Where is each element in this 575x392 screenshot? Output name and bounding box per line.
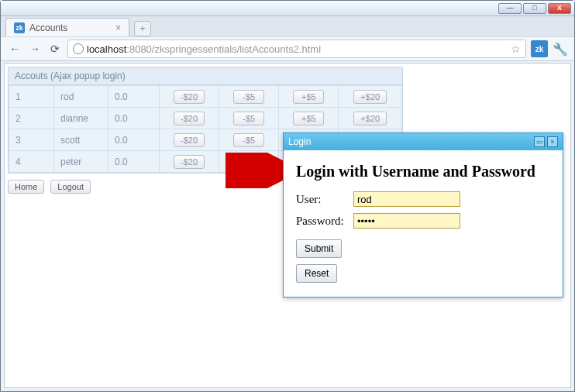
bookmark-star-icon[interactable]: ☆	[511, 43, 521, 55]
minus5-button[interactable]: -$5	[233, 112, 264, 126]
logout-button[interactable]: Logout	[50, 180, 91, 194]
minus20-button[interactable]: -$20	[174, 155, 205, 169]
settings-wrench-icon[interactable]: 🔧	[553, 42, 568, 57]
tab-strip: zk Accounts × +	[1, 16, 574, 36]
back-button[interactable]: ←	[7, 41, 22, 57]
login-minimize-button[interactable]: ▭	[534, 136, 545, 147]
window-titlebar: — □ X	[1, 1, 574, 16]
window-maximize-button[interactable]: □	[523, 3, 546, 14]
login-close-button[interactable]: ×	[547, 136, 558, 147]
login-heading: Login with Username and Password	[296, 163, 550, 181]
browser-toolbar: ← → ⟳ localhost:8080/zkspringessentials/…	[1, 36, 574, 61]
cell-name: peter	[54, 151, 108, 173]
login-dialog-body: Login with Username and Password User: P…	[284, 150, 563, 297]
window-minimize-button[interactable]: —	[498, 3, 522, 14]
plus20-cell: +$20	[339, 86, 402, 108]
login-dialog-title: Login	[288, 136, 311, 147]
minus5-button[interactable]: -$5	[233, 90, 264, 104]
cell-name: scott	[54, 129, 108, 151]
reset-button[interactable]: Reset	[296, 264, 337, 283]
user-label: User:	[296, 193, 353, 206]
minus5-button[interactable]: -$5	[233, 155, 264, 169]
minus20-cell: -$20	[160, 129, 219, 151]
url-host: localhost	[87, 43, 126, 55]
plus5-cell: +$5	[279, 108, 339, 129]
tab-title: Accounts	[29, 22, 67, 33]
cell-id: 1	[9, 86, 54, 108]
plus5-button[interactable]: +$5	[293, 112, 324, 126]
forward-button[interactable]: →	[27, 41, 43, 57]
address-bar[interactable]: localhost:8080/zkspringessentials/listAc…	[67, 40, 526, 58]
minus5-cell: -$5	[219, 151, 279, 173]
login-dialog: Login ▭ × Login with Username and Passwo…	[283, 132, 563, 297]
password-row: Password:	[296, 213, 550, 229]
minus5-button[interactable]: -$5	[233, 133, 264, 147]
table-row: 1 rod 0.0 -$20 -$5 +$5 +$20	[9, 86, 402, 108]
plus20-cell: +$20	[339, 108, 402, 129]
user-row: User:	[296, 191, 550, 207]
plus5-button[interactable]: +$5	[293, 90, 324, 104]
url-path: :8080/zkspringessentials/listAccounts2.h…	[126, 43, 321, 55]
password-label: Password:	[296, 215, 353, 228]
cell-balance: 0.0	[108, 108, 160, 129]
home-button[interactable]: Home	[8, 180, 44, 194]
minus20-button[interactable]: -$20	[174, 133, 205, 147]
minus20-button[interactable]: -$20	[174, 112, 205, 126]
minus5-cell: -$5	[219, 108, 279, 129]
submit-button[interactable]: Submit	[296, 239, 342, 258]
plus5-cell: +$5	[279, 86, 339, 108]
favicon-icon: zk	[14, 22, 25, 33]
zk-extension-icon[interactable]: zk	[531, 40, 548, 57]
cell-balance: 0.0	[108, 86, 160, 108]
cell-balance: 0.0	[108, 129, 160, 151]
table-row: 2 dianne 0.0 -$20 -$5 +$5 +$20	[9, 108, 402, 129]
cell-name: rod	[54, 86, 108, 108]
cell-id: 2	[9, 108, 54, 129]
minus20-button[interactable]: -$20	[174, 90, 205, 104]
minus20-cell: -$20	[160, 151, 219, 173]
user-input[interactable]	[353, 191, 460, 207]
window-close-button[interactable]: X	[548, 3, 571, 14]
password-input[interactable]	[353, 213, 460, 229]
login-dialog-titlebar[interactable]: Login ▭ ×	[284, 133, 563, 150]
minus20-cell: -$20	[160, 108, 219, 129]
cell-id: 3	[9, 129, 54, 151]
url-text: localhost:8080/zkspringessentials/listAc…	[87, 43, 321, 55]
panel-title: Accouts (Ajax popup login)	[9, 67, 402, 85]
plus20-button[interactable]: +$20	[353, 90, 387, 104]
minus5-cell: -$5	[219, 129, 279, 151]
reload-button[interactable]: ⟳	[47, 41, 63, 57]
minus20-cell: -$20	[160, 86, 219, 108]
tab-close-icon[interactable]: ×	[115, 22, 121, 33]
cell-id: 4	[9, 151, 54, 173]
minus5-cell: -$5	[219, 86, 279, 108]
tab-accounts[interactable]: zk Accounts ×	[5, 18, 129, 36]
plus20-button[interactable]: +$20	[353, 112, 387, 126]
cell-name: dianne	[54, 108, 108, 129]
browser-window: — □ X zk Accounts × + ← → ⟳ localhost:80…	[0, 0, 575, 392]
globe-icon	[73, 43, 84, 54]
new-tab-button[interactable]: +	[134, 21, 151, 36]
cell-balance: 0.0	[108, 151, 160, 173]
